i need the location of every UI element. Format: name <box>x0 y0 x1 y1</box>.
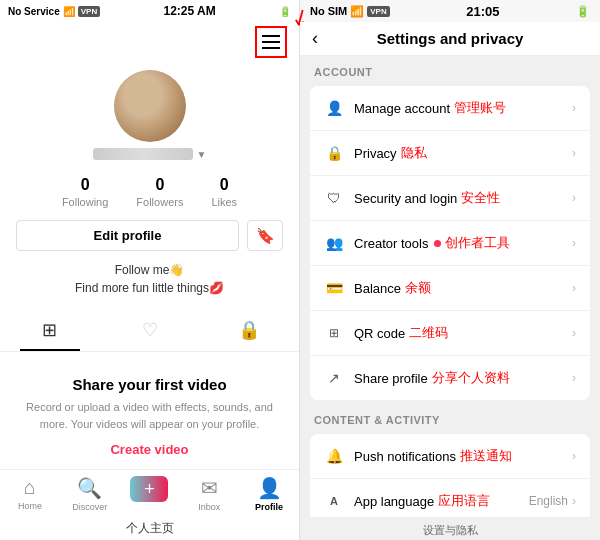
qr-code-right: › <box>572 326 576 340</box>
stat-followers[interactable]: 0 Followers <box>136 176 183 208</box>
security-text: Security and login 安全性 <box>354 189 562 207</box>
empty-state: Share your first video Record or upload … <box>0 352 299 469</box>
profile-tabs: ⊞ ♡ 🔒 <box>0 309 299 352</box>
push-notifications-label-en: Push notifications <box>354 449 456 464</box>
privacy-label-en: Privacy <box>354 146 397 161</box>
status-bar-right: No SIM 📶 VPN 21:05 🔋 <box>300 0 600 22</box>
share-profile-label-cn: 分享个人资料 <box>432 369 510 387</box>
tab-liked[interactable]: ♡ <box>100 309 200 351</box>
manage-account-right: › <box>572 101 576 115</box>
activity-settings-group: 🔔 Push notifications 推送通知 › A App langua… <box>310 434 590 517</box>
app-language-label-cn: 应用语言 <box>438 492 490 510</box>
settings-item-privacy[interactable]: 🔒 Privacy 隐私 › <box>310 131 590 176</box>
privacy-icon: 🔒 <box>324 143 344 163</box>
vpn-badge-right: VPN <box>367 6 389 17</box>
discover-icon: 🔍 <box>77 476 102 500</box>
wifi-icon: 📶 <box>63 6 75 17</box>
nav-home[interactable]: ⌂ Home <box>0 476 60 512</box>
privacy-right: › <box>572 146 576 160</box>
security-label-en: Security and login <box>354 191 457 206</box>
chevron-icon: › <box>572 146 576 160</box>
push-notifications-right: › <box>572 449 576 463</box>
account-section-header: ACCOUNT <box>300 56 600 82</box>
share-profile-icon: ↗ <box>324 368 344 388</box>
vpn-badge-left: VPN <box>78 6 100 17</box>
settings-item-share-profile[interactable]: ↗ Share profile 分享个人资料 › <box>310 356 590 400</box>
create-button[interactable]: + <box>130 476 168 502</box>
privacy-text: Privacy 隐私 <box>354 144 562 162</box>
stat-likes[interactable]: 0 Likes <box>211 176 237 208</box>
account-settings-group: 👤 Manage account 管理账号 › 🔒 Privacy 隐私 › <box>310 86 590 400</box>
push-notifications-label-cn: 推送通知 <box>460 447 512 465</box>
creator-tools-label-en: Creator tools <box>354 236 428 251</box>
security-label-cn: 安全性 <box>461 189 500 207</box>
creator-tools-right: › <box>572 236 576 250</box>
chevron-icon: › <box>572 236 576 250</box>
hamburger-icon <box>262 35 280 49</box>
app-language-right: English › <box>529 494 576 508</box>
push-notifications-text: Push notifications 推送通知 <box>354 447 562 465</box>
manage-account-text: Manage account 管理账号 <box>354 99 562 117</box>
manage-account-label-cn: 管理账号 <box>454 99 506 117</box>
settings-item-manage-account[interactable]: 👤 Manage account 管理账号 › <box>310 86 590 131</box>
nav-discover[interactable]: 🔍 Discover <box>60 476 120 512</box>
bottom-nav: ⌂ Home 🔍 Discover + ✉ Inbox 👤 Profile <box>0 469 299 516</box>
empty-desc: Record or upload a video with effects, s… <box>16 399 283 432</box>
status-bar-left: No Service 📶 VPN 12:25 AM 🔋 <box>0 0 299 22</box>
back-button[interactable]: ‹ <box>312 28 318 49</box>
qr-code-icon: ⊞ <box>324 323 344 343</box>
home-icon: ⌂ <box>24 476 36 499</box>
settings-item-qr-code[interactable]: ⊞ QR code 二维码 › <box>310 311 590 356</box>
likes-label: Likes <box>211 196 237 208</box>
username-bar: ▼ <box>93 148 207 160</box>
app-language-value: English <box>529 494 568 508</box>
following-count: 0 <box>81 176 90 194</box>
chevron-icon: › <box>572 371 576 385</box>
action-row: Edit profile 🔖 <box>0 214 299 257</box>
bookmark-button[interactable]: 🔖 <box>247 220 283 251</box>
create-video-link[interactable]: Create video <box>110 442 188 457</box>
creator-tools-label-cn: 创作者工具 <box>445 234 510 252</box>
manage-account-icon: 👤 <box>324 98 344 118</box>
stat-following[interactable]: 0 Following <box>62 176 108 208</box>
battery-icon-right: 🔋 <box>576 5 590 18</box>
nav-profile[interactable]: 👤 Profile <box>239 476 299 512</box>
chevron-icon: › <box>572 191 576 205</box>
settings-item-creator-tools[interactable]: 👥 Creator tools 创作者工具 › <box>310 221 590 266</box>
settings-item-push-notifications[interactable]: 🔔 Push notifications 推送通知 › <box>310 434 590 479</box>
qr-code-label-cn: 二维码 <box>409 324 448 342</box>
manage-account-label-en: Manage account <box>354 101 450 116</box>
app-language-text: App language 应用语言 <box>354 492 519 510</box>
tab-videos[interactable]: ⊞ <box>0 309 100 351</box>
settings-title: Settings and privacy <box>377 30 524 47</box>
settings-item-security[interactable]: 🛡 Security and login 安全性 › <box>310 176 590 221</box>
profile-header: ↙ <box>0 22 299 62</box>
security-right: › <box>572 191 576 205</box>
empty-title: Share your first video <box>72 376 226 393</box>
settings-item-balance[interactable]: 💳 Balance 余额 › <box>310 266 590 311</box>
signal-icons: No Service 📶 VPN <box>8 6 100 17</box>
settings-item-app-language[interactable]: A App language 应用语言 English › <box>310 479 590 517</box>
tab-private[interactable]: 🔒 <box>199 309 299 351</box>
bookmark-icon: 🔖 <box>256 227 275 245</box>
home-label: Home <box>18 501 42 511</box>
nav-inbox[interactable]: ✉ Inbox <box>179 476 239 512</box>
creator-tools-text: Creator tools 创作者工具 <box>354 234 562 252</box>
edit-profile-button[interactable]: Edit profile <box>16 220 239 251</box>
nav-create[interactable]: + <box>120 476 180 512</box>
stats-row: 0 Following 0 Followers 0 Likes <box>0 166 299 214</box>
discover-label: Discover <box>72 502 107 512</box>
heart-icon: ♡ <box>142 319 158 341</box>
time-right: 21:05 <box>466 4 499 19</box>
followers-label: Followers <box>136 196 183 208</box>
bio-line2: Find more fun little things💋 <box>20 279 279 297</box>
balance-text: Balance 余额 <box>354 279 562 297</box>
menu-button[interactable] <box>255 26 287 58</box>
chevron-icon: › <box>572 494 576 508</box>
left-panel: No Service 📶 VPN 12:25 AM 🔋 ↙ ▼ 0 Follow… <box>0 0 300 540</box>
avatar-section: ▼ <box>0 62 299 166</box>
signal-text: No Service <box>8 6 60 17</box>
security-icon: 🛡 <box>324 188 344 208</box>
followers-count: 0 <box>155 176 164 194</box>
app-language-icon: A <box>324 491 344 511</box>
